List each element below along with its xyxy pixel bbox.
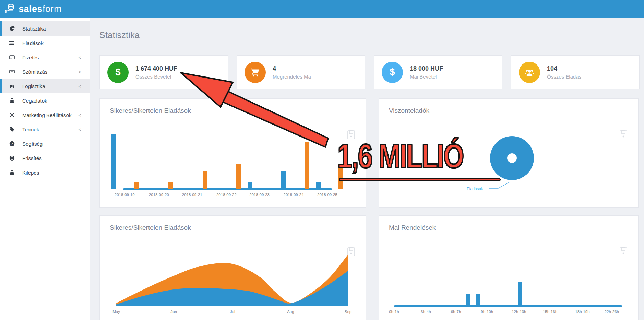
help-icon: ? [9,141,15,146]
sidebar-item-label: Segítség [22,141,43,147]
sidebar-item-label: Számlázás [22,69,47,75]
cart-icon [245,62,266,83]
sidebar-item-label: Termék [22,127,39,132]
sidebar-item-segitseg[interactable]: ?Segítség [0,137,90,151]
stat-value: 18 000 HUF [410,65,443,72]
x-axis-tick-label: 2018-09-21 [182,193,202,197]
pie-chart-icon [9,26,15,31]
chevron-left-icon: < [78,83,81,89]
donut-chart [379,99,639,208]
sidebar-item-label: Cégadatok [22,98,47,104]
bar-sikeres [316,182,321,189]
chevron-left-icon: < [78,69,81,75]
x-axis-tick-label: 2018-09-22 [216,193,237,197]
stat-card-1: 4Megrendelés Ma [237,55,365,89]
x-axis-tick-label: May [112,310,120,314]
bar-rendelesek [466,294,470,306]
tag-icon [9,127,15,132]
chart-card-daily-sales: Sikeres/Sikertelen Eladások 2018-09-1920… [99,98,366,208]
x-axis-tick-label: 15h-16h [543,310,557,314]
x-axis-tick-label: 12h-13h [512,310,526,314]
coins-in-hand-icon [4,3,16,15]
bar-sikeres [248,182,252,189]
sidebar-item-label: Logisztika [22,83,45,89]
x-axis-tick-label: Sep [345,310,351,314]
x-axis-tick-label: 18h-19h [575,310,589,314]
x-axis-tick-label: 2018-09-20 [149,193,169,197]
x-axis-tick-label: Aug [287,310,294,314]
chart-title: Sikeres/Sikertelen Eladások [110,107,191,115]
sidebar-item-statisztika[interactable]: Statisztika [0,21,90,36]
sidebar-item-frissites[interactable]: Frissítés [0,151,90,165]
sidebar-item-cegadatok[interactable]: Cégadatok [0,93,90,108]
bar-sikertelen [338,164,343,189]
x-axis-tick-label: 3h-4h [421,310,431,314]
stacked-area-chart [100,216,366,320]
x-axis-tick-label: 6h-7h [451,310,461,314]
bar-sikertelen [203,171,207,189]
credit-card-icon [9,55,15,60]
stat-label: Összes Eladás [547,74,581,80]
chart-title: Mai Rendelések [389,224,436,232]
charts-row-2: Sikeres/Sikertelen Eladások MayJunJulAug… [99,215,640,320]
x-axis-tick-label: 2018-09-23 [249,193,270,197]
x-axis-tick-label: 2018-09-24 [284,193,304,197]
dollar-icon: $ [382,62,403,83]
sidebar-item-fizetes[interactable]: Fizetés< [0,50,90,64]
sidebar-item-szamlazas[interactable]: Számlázás< [0,64,90,79]
brand-logo[interactable]: salesform [0,3,62,15]
sidebar-nav: StatisztikaEladásokFizetés<Számlázás<Log… [0,18,90,320]
sidebar-item-label: Frissítés [22,155,42,161]
stat-card-2: $18 000 HUFMai Bevétel [374,55,502,89]
chevron-left-icon: < [78,55,81,60]
sidebar-item-eladasok[interactable]: Eladások [0,36,90,50]
page-title: Statisztika [99,30,640,40]
sidebar-item-termek[interactable]: Termék< [0,122,90,137]
sidebar-item-label: Fizetés [22,55,39,60]
globe-icon [9,155,15,161]
x-axis-tick-label: 9h-10h [481,310,493,314]
export-chart-icon[interactable] [347,130,355,139]
sidebar-item-marketing-beallitasok[interactable]: Marketing Beállítások< [0,108,90,122]
top-header: salesform [0,0,644,18]
bar-sikeres [281,171,286,189]
x-axis-tick-label: 2018-09-25 [317,193,337,197]
brand-name: salesform [19,4,62,14]
x-axis-line [123,188,332,190]
x-axis-tick-label: 22h-23h [605,310,619,314]
bar-sikeres [111,134,116,189]
x-axis-tick-label: Jul [230,310,235,314]
stat-value: 1 674 400 HUF [135,65,177,72]
stat-label: Összes Bevétel [135,74,177,80]
sidebar-item-label: Eladások [22,40,44,46]
x-axis-tick-label: 2018-09-19 [115,193,135,197]
bar-rendelesek [518,282,522,306]
truck-icon [9,83,15,89]
sidebar-item-label: Statisztika [22,26,46,32]
sidebar-item-label: Kilépés [22,170,39,176]
list-icon [9,40,15,46]
x-axis-tick-label: 0h-1h [389,310,399,314]
export-chart-icon[interactable] [620,247,627,256]
chart-card-monthly-sales: Sikeres/Sikertelen Eladások MayJunJulAug… [99,215,366,320]
x-axis-tick-label: Jun [170,310,177,314]
bar-sikertelen [134,182,139,189]
charts-row-1: Sikeres/Sikertelen Eladások 2018-09-1920… [99,98,640,208]
sidebar-item-kilepes[interactable]: Kilépés [0,165,90,180]
stat-card-0: $1 674 400 HUFÖsszes Bevétel [99,55,228,89]
bar-sikertelen [168,182,173,189]
sidebar-item-logisztika[interactable]: Logisztika< [0,79,90,93]
lock-icon [9,170,15,175]
bar-rendelesek [476,294,480,306]
chart-card-resellers: Viszonteladók Eladások [379,98,639,208]
stat-label: Megrendelés Ma [273,74,311,80]
bank-icon [9,98,15,103]
people-icon [519,62,540,83]
x-axis-line [394,305,622,307]
bar-sikertelen [305,142,309,189]
banknote-icon [9,69,15,74]
stat-value: 4 [273,65,311,72]
stat-card-3: 104Összes Eladás [511,55,640,89]
chart-card-today-orders: Mai Rendelések 0h-1h3h-4h6h-7h9h-10h12h-… [379,215,639,320]
donut-slice-label: Eladások [467,187,483,191]
